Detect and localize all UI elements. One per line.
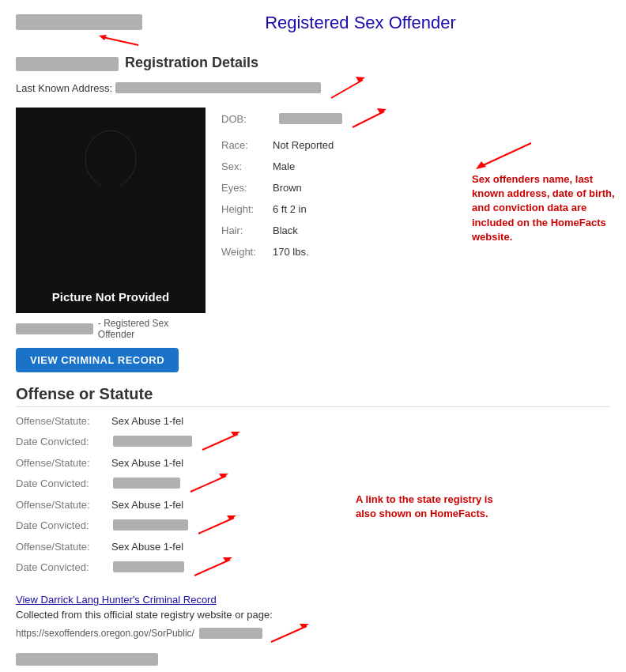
sex-label: Sex:: [221, 160, 273, 172]
svg-line-0: [103, 37, 138, 45]
offense-statute-label-4: Offense/Statute:: [16, 541, 107, 553]
arrow-url: [267, 622, 311, 644]
offense-convicted-label-3: Date Convicted:: [16, 519, 107, 531]
offense-statute-row-3: Offense/Statute: Sex Abuse 1-fel: [16, 499, 610, 511]
race-value: Not Reported: [273, 139, 334, 151]
callout-annotation: Sex offenders name, last known address, …: [472, 139, 618, 244]
offense-convicted-row-4: Date Convicted: A link to the state regi…: [16, 556, 610, 578]
offense-convicted-label-4: Date Convicted:: [16, 561, 107, 573]
footer-url-row: https://sexoffenders.oregon.gov/SorPubli…: [16, 622, 610, 644]
offense-entry-3: Offense/Statute: Sex Abuse 1-fel Date Co…: [16, 499, 610, 536]
footer-url-redacted: [199, 628, 262, 639]
offense-entry-4: Offense/Statute: Sex Abuse 1-fel Date Co…: [16, 541, 610, 578]
offense-convicted-row-1: Date Convicted:: [16, 430, 610, 452]
photo-box: Picture Not Provided: [16, 108, 206, 313]
race-label: Race:: [221, 139, 273, 151]
svg-line-2: [331, 80, 363, 98]
offense-statute-value-2: Sex Abuse 1-fel: [111, 457, 183, 469]
offense-section: Offense or Statute Offense/Statute: Sex …: [16, 385, 610, 578]
svg-line-18: [271, 626, 307, 642]
offense-statute-label-2: Offense/Statute:: [16, 457, 107, 469]
reg-details-title: Registration Details: [125, 55, 258, 71]
hair-value: Black: [273, 225, 298, 236]
weight-row: Weight: 170 lbs.: [221, 246, 610, 258]
dob-label: DOB:: [221, 113, 273, 125]
arrow-convicted-3: [194, 514, 238, 536]
photo-name-row: - Registered Sex Offender: [16, 318, 206, 340]
callout-text: Sex offenders name, last known address, …: [472, 172, 618, 244]
height-value: 6 ft 2 in: [273, 203, 307, 215]
svg-rect-5: [101, 183, 120, 199]
offense-statute-value-4: Sex Abuse 1-fel: [111, 541, 183, 553]
arrow-dob: [349, 108, 388, 130]
arrow-address: [327, 76, 367, 100]
offense-title: Offense or Statute: [16, 385, 610, 407]
footer-url: https://sexoffenders.oregon.gov/SorPubli…: [16, 628, 194, 639]
offense-entry-1: Offense/Statute: Sex Abuse 1-fel Date Co…: [16, 415, 610, 452]
reg-name-redacted: [16, 57, 119, 71]
svg-line-12: [190, 476, 226, 492]
svg-marker-9: [476, 161, 486, 169]
address-value-redacted: [115, 82, 321, 93]
offense-statute-value-3: Sex Abuse 1-fel: [111, 499, 183, 511]
last-known-address-row: Last Known Address:: [16, 76, 610, 100]
offense-convicted-row-2: Date Convicted:: [16, 472, 610, 494]
dob-row: DOB:: [221, 108, 610, 130]
footer-bottom-redacted: [16, 653, 158, 666]
silhouette-icon: [47, 123, 174, 281]
footer-link[interactable]: View Darrick Lang Hunter's Criminal Reco…: [16, 594, 610, 606]
view-record-button[interactable]: VIEW CRIMINAL RECORD: [16, 348, 179, 372]
callout-arrow: [472, 139, 535, 171]
photo-section: Picture Not Provided - Registered Sex Of…: [16, 108, 206, 372]
offense-convicted-redacted-1: [113, 436, 192, 447]
offense-convicted-label-1: Date Convicted:: [16, 436, 107, 447]
svg-line-14: [198, 518, 234, 534]
sex-value: Male: [273, 160, 295, 172]
arrow-convicted-2: [187, 472, 230, 494]
offense-statute-row-2: Offense/Statute: Sex Abuse 1-fel: [16, 457, 610, 469]
offense-statute-value-1: Sex Abuse 1-fel: [111, 415, 183, 427]
svg-line-8: [480, 143, 531, 167]
dob-value-redacted: [279, 113, 342, 124]
eyes-value: Brown: [273, 182, 302, 194]
hair-label: Hair:: [221, 225, 273, 236]
offense-convicted-label-2: Date Convicted:: [16, 478, 107, 489]
weight-value: 170 lbs.: [273, 246, 309, 258]
offense-statute-label-3: Offense/Statute:: [16, 499, 107, 511]
address-label: Last Known Address:: [16, 82, 112, 94]
photo-name-redacted: [16, 323, 93, 334]
offense-statute-row-1: Offense/Statute: Sex Abuse 1-fel: [16, 415, 610, 427]
offense-entry-2: Offense/Statute: Sex Abuse 1-fel Date Co…: [16, 457, 610, 494]
svg-line-10: [202, 434, 238, 450]
weight-label: Weight:: [221, 246, 273, 258]
callout2-text: A link to the state registry is also sho…: [356, 493, 506, 521]
page-title: Registered Sex Offender: [265, 13, 456, 32]
height-label: Height:: [221, 203, 273, 215]
photo-label: Picture Not Provided: [16, 290, 206, 313]
offense-convicted-redacted-4: [113, 561, 184, 572]
offense-convicted-redacted-2: [113, 478, 180, 489]
arrow-name: [95, 33, 142, 49]
offense-convicted-redacted-3: [113, 519, 188, 530]
arrow-convicted-1: [198, 430, 242, 452]
footer-collected-label: Collected from this official state regis…: [16, 609, 610, 621]
svg-line-6: [353, 111, 384, 127]
offense-statute-label-1: Offense/Statute:: [16, 415, 107, 427]
offense-convicted-row-3: Date Convicted:: [16, 514, 610, 536]
arrow-convicted-4: [190, 556, 234, 578]
eyes-label: Eyes:: [221, 182, 273, 194]
offense-statute-row-4: Offense/Statute: Sex Abuse 1-fel: [16, 541, 610, 553]
svg-point-4: [85, 130, 136, 187]
footer-section: View Darrick Lang Hunter's Criminal Reco…: [16, 594, 610, 666]
offender-name-redacted: [16, 14, 142, 30]
svg-marker-1: [99, 35, 107, 40]
photo-suffix: - Registered Sex Offender: [98, 318, 206, 340]
svg-line-16: [194, 560, 230, 576]
